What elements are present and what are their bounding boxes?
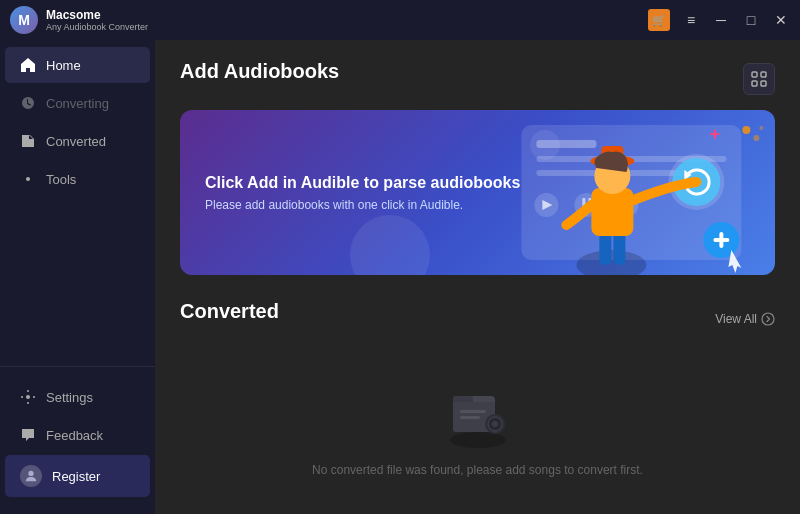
empty-state: No converted file was found, please add …: [180, 358, 775, 507]
window-controls: 🛒 ≡ ─ □ ✕: [648, 9, 790, 31]
svg-point-35: [760, 126, 764, 130]
svg-point-2: [28, 471, 33, 476]
sidebar-settings-label: Settings: [46, 390, 93, 405]
svg-point-0: [26, 177, 30, 181]
svg-rect-8: [537, 140, 597, 148]
scan-button[interactable]: [743, 63, 775, 95]
sidebar-tools-label: Tools: [46, 172, 76, 187]
home-icon: [20, 57, 36, 73]
view-all-label: View All: [715, 312, 757, 326]
sidebar: Home Converting Converted Tools: [0, 40, 155, 514]
sidebar-home-label: Home: [46, 58, 81, 73]
sidebar-feedback-label: Feedback: [46, 428, 103, 443]
settings-icon: [20, 389, 36, 405]
converted-title: Converted: [180, 300, 279, 323]
feedback-icon: [20, 427, 36, 443]
svg-rect-4: [761, 72, 766, 77]
empty-state-icon: [443, 378, 513, 448]
add-audiobooks-banner: Click Add in Audible to parse audiobooks…: [180, 110, 775, 275]
main-layout: Home Converting Converted Tools: [0, 40, 800, 514]
banner-headline: Click Add in Audible to parse audiobooks: [205, 174, 520, 192]
title-bar: M Macsome Any Audiobook Converter 🛒 ≡ ─ …: [0, 0, 800, 40]
view-all-button[interactable]: View All: [715, 312, 775, 326]
register-button[interactable]: Register: [5, 455, 150, 497]
close-button[interactable]: ✕: [772, 11, 790, 29]
maximize-button[interactable]: □: [742, 11, 760, 29]
app-logo: M: [10, 6, 38, 34]
user-icon: [24, 469, 38, 483]
add-audiobooks-header: Add Audiobooks: [180, 60, 775, 98]
svg-rect-24: [592, 188, 634, 236]
menu-button[interactable]: ≡: [682, 11, 700, 29]
banner-subtitle: Please add audiobooks with one click in …: [205, 198, 520, 212]
register-label: Register: [52, 469, 100, 484]
svg-text:+: +: [710, 124, 721, 144]
banner-text-block: Click Add in Audible to parse audiobooks…: [180, 154, 545, 232]
sidebar-converting-label: Converting: [46, 96, 109, 111]
chevron-right-icon: [761, 312, 775, 326]
sidebar-item-tools[interactable]: Tools: [5, 161, 150, 197]
app-branding: M Macsome Any Audiobook Converter: [10, 6, 148, 34]
sidebar-item-settings[interactable]: Settings: [5, 379, 150, 415]
svg-rect-3: [752, 72, 757, 77]
scan-icon: [751, 71, 767, 87]
svg-point-37: [450, 432, 506, 448]
content-area: Add Audiobooks Click Add in Audible to p…: [155, 40, 800, 514]
svg-rect-42: [460, 416, 480, 419]
svg-rect-6: [761, 81, 766, 86]
svg-point-1: [26, 395, 30, 399]
app-subtitle: Any Audiobook Converter: [46, 22, 148, 32]
sidebar-item-home[interactable]: Home: [5, 47, 150, 83]
converted-section-header: Converted View All: [180, 300, 775, 338]
sidebar-bottom: Settings Feedback Register: [0, 366, 155, 514]
svg-rect-5: [752, 81, 757, 86]
converting-icon: [20, 95, 36, 111]
svg-rect-30: [720, 232, 724, 248]
svg-point-34: [754, 135, 760, 141]
svg-point-33: [743, 126, 751, 134]
sidebar-converted-label: Converted: [46, 134, 106, 149]
sidebar-item-feedback[interactable]: Feedback: [5, 417, 150, 453]
user-avatar: [20, 465, 42, 487]
sidebar-nav: Home Converting Converted Tools: [0, 40, 155, 366]
svg-point-45: [492, 421, 498, 427]
svg-point-36: [762, 313, 774, 325]
converted-icon: [20, 133, 36, 149]
svg-rect-41: [460, 410, 486, 413]
sidebar-item-converted[interactable]: Converted: [5, 123, 150, 159]
empty-text: No converted file was found, please add …: [312, 463, 643, 477]
sidebar-item-converting: Converting: [5, 85, 150, 121]
tools-icon: [20, 171, 36, 187]
minimize-button[interactable]: ─: [712, 11, 730, 29]
add-audiobooks-title: Add Audiobooks: [180, 60, 339, 83]
cart-button[interactable]: 🛒: [648, 9, 670, 31]
app-name: Macsome: [46, 8, 148, 22]
